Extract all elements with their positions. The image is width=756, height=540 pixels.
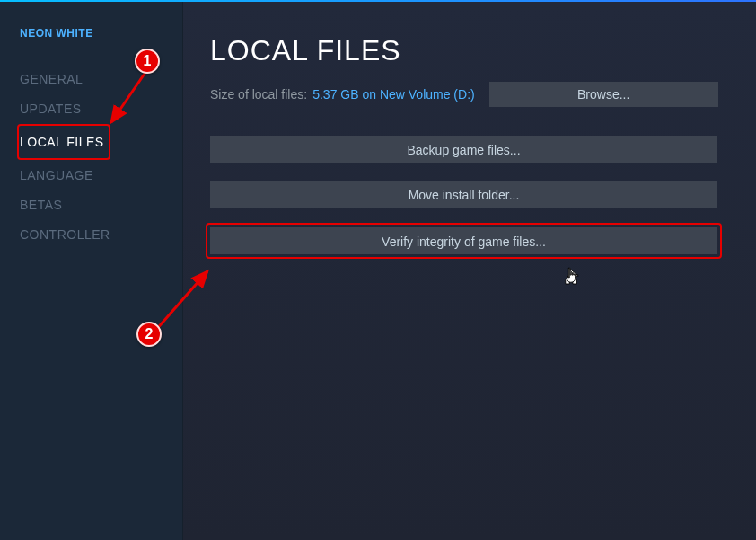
annotation-badge-2: 2 bbox=[136, 322, 162, 347]
annotation-highlight-2: Verify integrity of game files... bbox=[206, 223, 722, 259]
sidebar-item-general[interactable]: GENERAL bbox=[20, 65, 83, 93]
size-row: Size of local files: 5.37 GB on New Volu… bbox=[210, 82, 722, 107]
main-container: NEON WHITE GENERAL UPDATES LOCAL FILES L… bbox=[0, 2, 756, 540]
page-title: LOCAL FILES bbox=[210, 34, 722, 67]
app-title: NEON WHITE bbox=[20, 27, 182, 40]
annotation-highlight-1: LOCAL FILES bbox=[17, 124, 110, 160]
sidebar-item-betas[interactable]: BETAS bbox=[20, 190, 62, 219]
sidebar-item-controller[interactable]: CONTROLLER bbox=[20, 220, 110, 249]
sidebar-item-updates[interactable]: UPDATES bbox=[20, 94, 82, 123]
sidebar: NEON WHITE GENERAL UPDATES LOCAL FILES L… bbox=[0, 2, 183, 540]
annotation-badge-1: 1 bbox=[135, 49, 160, 74]
size-value: 5.37 GB on New Volume (D:) bbox=[312, 87, 475, 102]
sidebar-item-language[interactable]: LANGUAGE bbox=[20, 161, 93, 190]
cursor-icon bbox=[564, 266, 580, 286]
backup-button[interactable]: Backup game files... bbox=[210, 136, 717, 163]
verify-files-button[interactable]: Verify integrity of game files... bbox=[210, 227, 717, 254]
content-panel: LOCAL FILES Size of local files: 5.37 GB… bbox=[183, 2, 756, 540]
sidebar-item-local-files[interactable]: LOCAL FILES bbox=[20, 128, 104, 156]
size-label: Size of local files: bbox=[210, 87, 307, 102]
browse-button[interactable]: Browse... bbox=[489, 82, 718, 107]
move-folder-button[interactable]: Move install folder... bbox=[210, 181, 717, 208]
